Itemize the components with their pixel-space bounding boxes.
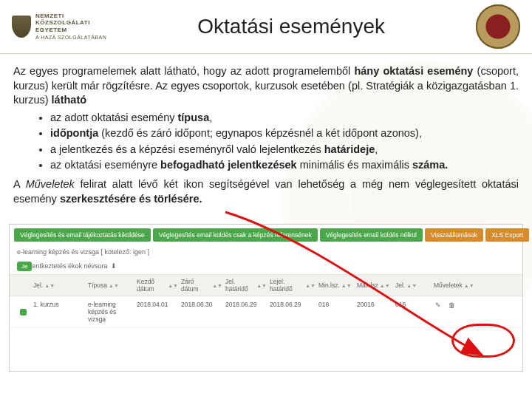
- cell-max: 20016: [357, 301, 392, 308]
- annotation-circle: [451, 324, 515, 358]
- action-tabs: Véglegesítés és email tájékoztatás kikül…: [10, 225, 522, 245]
- table-row: 1. kurzus e-learning képzés és vizsga 20…: [10, 296, 522, 328]
- app-screenshot: Véglegesítés és email tájékoztatás kikül…: [9, 224, 523, 372]
- cell-end: 2018.06.30: [181, 301, 222, 308]
- tab-finalize-ref[interactable]: Véglegesítés email küldés csak a képzés …: [153, 228, 318, 242]
- shield-icon: [12, 16, 31, 38]
- tab-xls-export[interactable]: XLS Export: [485, 228, 529, 242]
- program-meta: e-learning képzés és vizsga [ kötelező: …: [10, 245, 522, 259]
- logo-text: NEMZETI KÖZSZOLGÁLATI EGYETEM A HAZA SZO…: [35, 13, 106, 41]
- seal-icon: [476, 4, 520, 49]
- logo-left: NEMZETI KÖZSZOLGÁLATI EGYETEM A HAZA SZO…: [12, 13, 106, 41]
- status-dot-icon: [20, 309, 27, 316]
- tab-restore[interactable]: Visszaállomások: [425, 228, 483, 242]
- cell-apply-deadline: 2018.06.29: [225, 301, 267, 308]
- cell-min: 016: [318, 301, 354, 308]
- cell-name: 1. kurzus: [33, 301, 85, 308]
- download-icon[interactable]: ⬇: [109, 262, 118, 270]
- slide-header: NEMZETI KÖZSZOLGÁLATI EGYETEM A HAZA SZO…: [0, 0, 532, 54]
- table-header: Jel.▲▼ Típusa▲▼ Kezdő dátum▲▼ Záró dátum…: [10, 274, 522, 296]
- cell-start: 2018.04.01: [137, 301, 178, 308]
- cell-jel: 016: [395, 301, 431, 308]
- tab-finalize-nosend[interactable]: Véglegesítés email küldés nélkül: [320, 228, 423, 242]
- delete-icon[interactable]: 🗑: [447, 301, 456, 310]
- cell-withdraw-deadline: 2018.06.29: [270, 301, 316, 308]
- cell-ops: ✎ 🗑: [434, 301, 481, 310]
- enroll-list[interactable]: Jeentkeztetés ékok névsora ⬇: [10, 259, 522, 274]
- page-title: Oktatási események: [106, 15, 476, 38]
- edit-icon[interactable]: ✎: [434, 301, 443, 310]
- badge: Je: [17, 262, 32, 271]
- cell-type: e-learning képzés és vizsga: [88, 301, 134, 323]
- tab-finalize-send[interactable]: Véglegesítés és email tájékoztatás kikül…: [14, 228, 151, 242]
- body-text: Az egyes programelemek alatt látható, ho…: [0, 54, 532, 216]
